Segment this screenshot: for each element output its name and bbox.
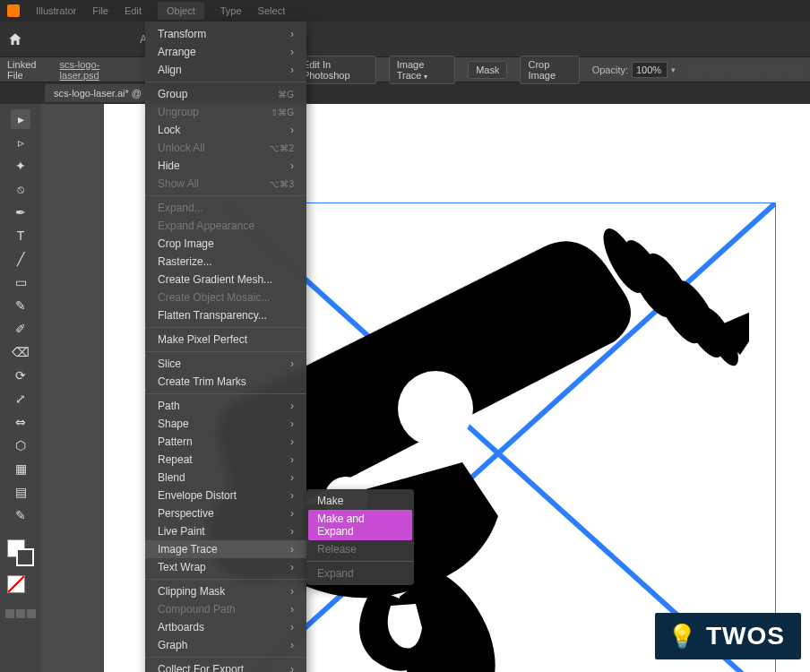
mask-button[interactable]: Mask bbox=[468, 61, 507, 79]
menu-item-group[interactable]: Group⌘G bbox=[145, 85, 306, 103]
align-icon-5[interactable] bbox=[767, 62, 783, 78]
image-trace-button[interactable]: Image Trace bbox=[389, 56, 455, 84]
menu-object[interactable]: Object bbox=[158, 2, 204, 20]
rotate-tool[interactable]: ⟳ bbox=[11, 366, 30, 385]
menu-item-label: Expand... bbox=[158, 202, 203, 214]
menu-item-label: Group bbox=[158, 88, 187, 100]
submenu-item-release: Release bbox=[306, 540, 414, 558]
opacity-dropdown-icon[interactable]: ▾ bbox=[671, 65, 676, 74]
fill-stroke-selector[interactable] bbox=[7, 539, 34, 566]
none-swatch[interactable] bbox=[7, 575, 25, 593]
menu-item-align[interactable]: Align bbox=[145, 61, 306, 79]
gradient-tool[interactable]: ▤ bbox=[11, 482, 30, 502]
menu-item-pattern[interactable]: Pattern bbox=[145, 433, 306, 451]
selection-tool[interactable]: ▸ bbox=[11, 109, 30, 129]
magic-wand-tool[interactable]: ✦ bbox=[11, 156, 30, 176]
menu-item-path[interactable]: Path bbox=[145, 397, 306, 415]
menu-item-rasterize-[interactable]: Rasterize... bbox=[145, 253, 306, 271]
crop-image-button[interactable]: Crop Image bbox=[520, 56, 579, 84]
toolbox: ▸▹✦⍉✒T╱▭✎✐⌫⟳⤢⇔⬡▦▤✎ bbox=[0, 104, 41, 672]
line-tool[interactable]: ╱ bbox=[11, 249, 30, 269]
control-bar: Linked File scs-logo-laser.psd Edit In P… bbox=[0, 57, 810, 82]
align-icon-3[interactable] bbox=[728, 62, 744, 78]
submenu-arrow-icon bbox=[290, 124, 294, 136]
menu-illustrator[interactable]: Illustrator bbox=[36, 5, 76, 16]
menu-item-blend[interactable]: Blend bbox=[145, 469, 306, 487]
menu-item-slice[interactable]: Slice bbox=[145, 355, 306, 373]
align-icon-1[interactable] bbox=[688, 62, 704, 78]
submenu-arrow-icon bbox=[290, 46, 294, 58]
menu-item-artboards[interactable]: Artboards bbox=[145, 618, 306, 636]
draw-normal-icon[interactable] bbox=[5, 609, 14, 618]
menu-item-live-paint[interactable]: Live Paint bbox=[145, 522, 306, 540]
linked-file-name[interactable]: scs-logo-laser.psd bbox=[60, 59, 126, 81]
width-tool[interactable]: ⇔ bbox=[11, 412, 30, 432]
menu-item-text-wrap[interactable]: Text Wrap bbox=[145, 558, 306, 576]
menu-item-collect-for-export[interactable]: Collect For Export bbox=[145, 660, 306, 672]
twos-text: TWOS bbox=[706, 622, 785, 650]
stroke-swatch[interactable] bbox=[16, 548, 34, 566]
menu-item-perspective[interactable]: Perspective bbox=[145, 504, 306, 522]
pen-tool-icon: ✒ bbox=[15, 205, 26, 220]
menu-item-make-pixel-perfect[interactable]: Make Pixel Perfect bbox=[145, 331, 306, 349]
menu-item-arrange[interactable]: Arrange bbox=[145, 43, 306, 61]
submenu-item-make[interactable]: Make bbox=[306, 492, 414, 510]
eyedropper-tool[interactable]: ✎ bbox=[11, 505, 30, 525]
menu-item-repeat[interactable]: Repeat bbox=[145, 451, 306, 469]
menu-item-hide[interactable]: Hide bbox=[145, 157, 306, 175]
paintbrush-tool-icon: ✎ bbox=[15, 298, 26, 313]
menu-item-label: Artboards bbox=[158, 621, 204, 633]
shape-builder-tool[interactable]: ⬡ bbox=[11, 435, 30, 455]
direct-selection-tool[interactable]: ▹ bbox=[11, 133, 30, 152]
menu-item-create-gradient-mesh-[interactable]: Create Gradient Mesh... bbox=[145, 271, 306, 289]
align-icon-6[interactable] bbox=[787, 62, 803, 78]
menu-type[interactable]: Type bbox=[220, 5, 242, 16]
perspective-tool[interactable]: ▦ bbox=[11, 459, 30, 478]
draw-behind-icon[interactable] bbox=[16, 609, 25, 618]
type-tool[interactable]: T bbox=[11, 226, 30, 246]
submenu-item-label: Make and Expand bbox=[317, 513, 365, 538]
menu-item-create-trim-marks[interactable]: Create Trim Marks bbox=[145, 373, 306, 391]
gradient-tool-icon: ▤ bbox=[15, 485, 27, 499]
submenu-arrow-icon bbox=[290, 400, 294, 412]
edit-in-photoshop-button[interactable]: Edit In Photoshop bbox=[295, 56, 376, 84]
submenu-arrow-icon bbox=[290, 507, 294, 520]
submenu-item-label: Release bbox=[317, 543, 357, 556]
submenu-item-expand: Expand bbox=[306, 564, 414, 582]
submenu-item-make-and-expand[interactable]: Make and Expand bbox=[308, 510, 412, 540]
menu-item-show-all: Show All⌥⌘3 bbox=[145, 175, 306, 193]
align-icon-2[interactable] bbox=[708, 62, 724, 78]
menu-file[interactable]: File bbox=[92, 5, 108, 16]
fill-stroke-none[interactable] bbox=[7, 575, 34, 602]
menu-item-label: Shape bbox=[158, 418, 189, 430]
pencil-tool[interactable]: ✐ bbox=[11, 319, 30, 339]
menu-item-image-trace[interactable]: Image Trace bbox=[145, 540, 306, 558]
menu-item-label: Blend bbox=[158, 471, 185, 484]
menu-item-flatten-transparency-[interactable]: Flatten Transparency... bbox=[145, 306, 306, 324]
menu-item-label: Create Trim Marks bbox=[158, 375, 246, 388]
scale-tool[interactable]: ⤢ bbox=[11, 389, 30, 409]
menu-item-transform[interactable]: Transform bbox=[145, 25, 306, 43]
draw-mode-icons bbox=[5, 609, 36, 618]
home-icon[interactable] bbox=[7, 31, 23, 47]
submenu-arrow-icon bbox=[290, 471, 294, 484]
menu-item-graph[interactable]: Graph bbox=[145, 636, 306, 654]
width-tool-icon: ⇔ bbox=[15, 415, 26, 429]
align-icon-4[interactable] bbox=[747, 62, 763, 78]
lasso-tool[interactable]: ⍉ bbox=[11, 179, 30, 199]
opacity-input[interactable] bbox=[632, 62, 668, 78]
eraser-tool[interactable]: ⌫ bbox=[11, 342, 30, 362]
pen-tool[interactable]: ✒ bbox=[11, 202, 30, 222]
menu-edit[interactable]: Edit bbox=[125, 5, 142, 16]
menu-item-label: Ungroup bbox=[158, 106, 199, 118]
menu-item-crop-image[interactable]: Crop Image bbox=[145, 235, 306, 253]
menu-item-clipping-mask[interactable]: Clipping Mask bbox=[145, 582, 306, 600]
paintbrush-tool[interactable]: ✎ bbox=[11, 296, 30, 315]
menu-item-shape[interactable]: Shape bbox=[145, 415, 306, 433]
menu-item-envelope-distort[interactable]: Envelope Distort bbox=[145, 487, 306, 504]
twos-watermark: 💡 TWOS bbox=[655, 613, 801, 659]
menu-select[interactable]: Select bbox=[258, 5, 286, 16]
draw-inside-icon[interactable] bbox=[27, 609, 36, 618]
rectangle-tool[interactable]: ▭ bbox=[11, 272, 30, 292]
menu-item-lock[interactable]: Lock bbox=[145, 121, 306, 139]
